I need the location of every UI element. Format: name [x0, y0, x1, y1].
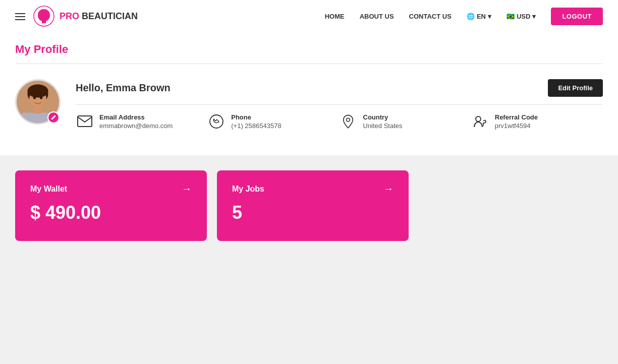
country-value: United States: [363, 122, 403, 130]
country-icon: [340, 112, 357, 130]
svg-point-11: [210, 115, 223, 128]
country-label: Country: [363, 113, 403, 121]
wallet-arrow: →: [182, 183, 192, 195]
header-nav: HOME ABOUT US CONTACT US 🌐 EN ▾ 🇧🇷 USD ▾…: [325, 8, 603, 25]
avatar-container: [15, 79, 61, 125]
logout-button[interactable]: LOGOUT: [551, 8, 603, 25]
jobs-arrow: →: [383, 183, 394, 195]
currency-flag: 🇧🇷: [507, 13, 515, 20]
phone-icon: [207, 112, 225, 130]
nav-home[interactable]: HOME: [325, 13, 345, 20]
referral-label: Referral Code: [495, 113, 538, 121]
edit-avatar-button[interactable]: [47, 111, 60, 124]
svg-point-4: [27, 84, 48, 97]
jobs-value: 5: [232, 202, 394, 223]
svg-point-12: [347, 118, 350, 122]
envelope-icon: [77, 115, 92, 128]
svg-rect-6: [34, 106, 41, 113]
phone-svg-icon: [209, 114, 223, 129]
svg-rect-10: [78, 116, 92, 127]
logo-icon: [33, 5, 55, 28]
pencil-icon: [50, 114, 57, 120]
profile-details: Email Address emmabrown@demo.com Phone: [76, 104, 603, 130]
phone-text: Phone (+1) 2586543578: [231, 113, 281, 130]
language-selector[interactable]: 🌐 EN ▾: [467, 13, 491, 20]
main-content: My Profile: [0, 33, 618, 155]
logo-text: PRO BEAUTICIAN: [60, 11, 138, 22]
globe-icon: 🌐: [467, 13, 475, 20]
currency-selector[interactable]: 🇧🇷 USD ▾: [507, 13, 536, 20]
cards-section: My Wallet → $ 490.00 My Jobs → 5: [0, 155, 618, 256]
svg-point-8: [40, 96, 43, 99]
wallet-card[interactable]: My Wallet → $ 490.00: [15, 170, 207, 241]
nav-about[interactable]: ABOUT US: [360, 13, 394, 20]
edit-profile-button[interactable]: Edit Profile: [548, 79, 603, 97]
email-detail: Email Address emmabrown@demo.com: [76, 112, 207, 130]
profile-section: Hello, Emma Brown Edit Profile Email Add…: [15, 74, 603, 140]
phone-value: (+1) 2586543578: [231, 122, 281, 130]
referral-person-icon: [472, 114, 487, 129]
wallet-value: $ 490.00: [30, 202, 192, 223]
language-chevron: ▾: [488, 13, 491, 20]
logo: PRO BEAUTICIAN: [33, 5, 138, 28]
profile-greeting: Hello, Emma Brown: [76, 82, 171, 94]
referral-value: prv1wtf4594: [495, 122, 538, 130]
footer-space: [0, 256, 618, 332]
email-icon: [76, 112, 93, 130]
profile-info: Hello, Emma Brown Edit Profile Email Add…: [76, 79, 603, 130]
page-title: My Profile: [15, 43, 603, 64]
jobs-card[interactable]: My Jobs → 5: [217, 170, 409, 241]
header-left: PRO BEAUTICIAN: [15, 5, 138, 28]
svg-point-7: [33, 96, 36, 99]
nav-contact[interactable]: CONTACT US: [409, 13, 452, 20]
wallet-title: My Wallet: [30, 185, 67, 194]
phone-detail: Phone (+1) 2586543578: [207, 112, 339, 130]
language-code: EN: [477, 13, 486, 20]
email-text: Email Address emmabrown@demo.com: [99, 113, 173, 130]
wallet-card-header: My Wallet →: [30, 183, 192, 195]
phone-label: Phone: [231, 113, 281, 121]
country-text: Country United States: [363, 113, 403, 130]
referral-detail: Referral Code prv1wtf4594: [471, 112, 603, 130]
profile-name-row: Hello, Emma Brown Edit Profile: [76, 79, 603, 97]
svg-point-13: [476, 116, 481, 122]
hamburger-menu[interactable]: [15, 13, 25, 20]
svg-point-14: [483, 125, 484, 126]
currency-code: USD: [517, 13, 530, 20]
referral-icon: [471, 112, 489, 130]
jobs-card-header: My Jobs →: [232, 183, 394, 195]
referral-text: Referral Code prv1wtf4594: [495, 113, 538, 130]
header: PRO BEAUTICIAN HOME ABOUT US CONTACT US …: [0, 0, 618, 33]
email-value: emmabrown@demo.com: [99, 122, 173, 130]
country-detail: Country United States: [340, 112, 471, 130]
jobs-title: My Jobs: [232, 185, 264, 194]
location-pin-icon: [343, 114, 354, 129]
currency-chevron: ▾: [532, 13, 536, 20]
email-label: Email Address: [99, 113, 173, 121]
